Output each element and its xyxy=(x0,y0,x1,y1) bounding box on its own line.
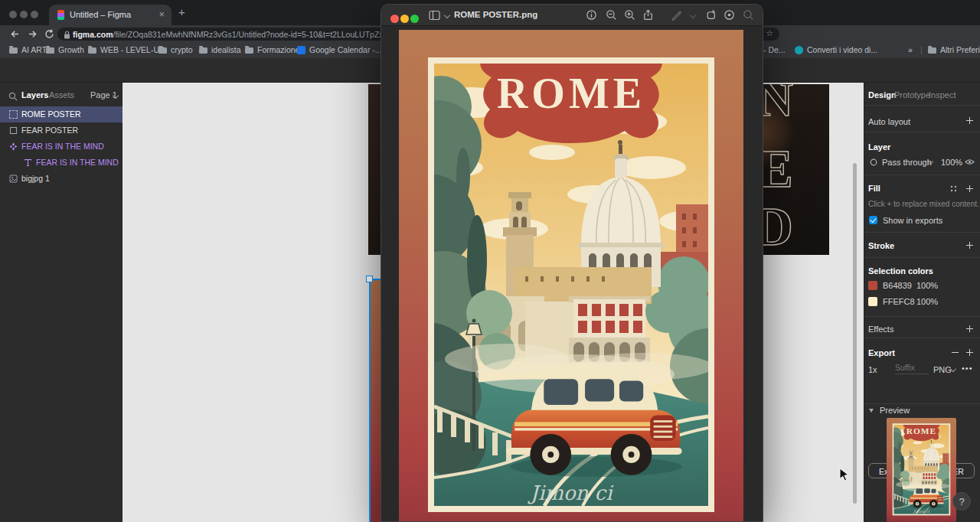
auto-layout-label: Auto layout xyxy=(868,117,910,126)
window-close-icon[interactable] xyxy=(9,11,17,18)
zoom-out-icon[interactable] xyxy=(606,9,617,21)
quicklook-title: ROME POSTER.png xyxy=(454,10,537,19)
design-panel: Design Prototype Inspect Auto layout Lay… xyxy=(864,83,980,522)
reload-icon[interactable] xyxy=(44,28,55,40)
layer-row-rome-poster[interactable]: ROME POSTER xyxy=(0,106,122,122)
bookmark-star-icon[interactable]: ☆ xyxy=(766,28,773,38)
search-icon[interactable] xyxy=(743,9,754,21)
add-auto-layout-button[interactable] xyxy=(966,117,973,124)
bookmarks-overflow-icon[interactable]: » xyxy=(908,45,913,56)
frame-dashed-icon xyxy=(9,110,18,119)
ql-zoom-icon[interactable] xyxy=(410,15,419,23)
layer-row-bigjpg[interactable]: bigjpg 1 xyxy=(0,171,122,187)
ql-minimize-icon[interactable] xyxy=(400,15,409,23)
markup-pen-icon[interactable] xyxy=(671,9,682,21)
chevron-down-icon[interactable] xyxy=(444,12,450,18)
annotate-icon[interactable] xyxy=(724,9,735,21)
mouse-cursor xyxy=(839,468,851,482)
rome-poster-frame-edge[interactable] xyxy=(369,279,381,522)
new-tab-button[interactable]: + xyxy=(178,5,185,18)
url-path: /file/ZOqa831eMwhNfNMRz3vGs1/Untitled?no… xyxy=(113,30,400,39)
color-swatch-red[interactable] xyxy=(868,281,877,290)
color-opacity-1[interactable]: 100% xyxy=(916,281,938,290)
preview-section-label: Preview xyxy=(880,406,910,415)
remove-export-button[interactable] xyxy=(952,352,959,353)
back-icon[interactable] xyxy=(9,28,21,40)
bookmark-formazione[interactable]: Formazione xyxy=(245,45,299,56)
show-in-exports-checkbox[interactable] xyxy=(869,216,877,224)
effects-section-label: Effects xyxy=(868,325,893,334)
info-icon[interactable] xyxy=(586,9,597,21)
export-more-icon[interactable]: ••• xyxy=(962,364,973,373)
tab-close-icon[interactable]: × xyxy=(158,8,165,20)
divider xyxy=(864,403,980,404)
quicklook-window[interactable]: ROME POSTER.png xyxy=(381,4,763,522)
add-export-button[interactable] xyxy=(966,349,973,356)
bookmark-google-calendar[interactable]: Google Calendar -... xyxy=(297,45,382,56)
tab-title: Untitled – Figma xyxy=(70,10,131,19)
canvas-scrollbar[interactable] xyxy=(853,163,857,504)
rotate-icon[interactable] xyxy=(705,9,717,21)
rome-poster-image xyxy=(399,30,743,522)
bookmark-crypto[interactable]: crypto xyxy=(158,45,193,56)
divider xyxy=(864,232,980,233)
export-scale[interactable]: 1x xyxy=(868,365,877,374)
blend-mode-select[interactable]: Pass through xyxy=(882,158,932,167)
export-format-select[interactable]: PNG xyxy=(933,365,952,374)
share-icon[interactable] xyxy=(642,9,654,21)
fill-section-label: Fill xyxy=(868,184,880,193)
layer-opacity-field[interactable]: 100% xyxy=(941,158,962,167)
bookmark-altri-preferiti[interactable]: Altri Preferiti xyxy=(928,45,980,56)
search-icon[interactable] xyxy=(8,92,18,101)
add-fill-button[interactable] xyxy=(966,185,973,192)
export-suffix-input[interactable] xyxy=(895,363,929,374)
bookmark-web-level-up[interactable]: WEB - LEVEL-UP xyxy=(88,45,165,56)
quicklook-titlebar: ROME POSTER.png xyxy=(381,5,763,26)
lock-icon xyxy=(64,31,70,39)
color-opacity-2[interactable]: 100% xyxy=(916,297,938,306)
add-stroke-button[interactable] xyxy=(966,242,973,249)
quicklook-content xyxy=(381,26,763,522)
zoom-in-icon[interactable] xyxy=(624,9,635,21)
blend-mode-icon[interactable] xyxy=(870,158,877,166)
layer-row-fear-component[interactable]: FEAR IS IN THE MIND xyxy=(0,139,122,155)
tab-inspect[interactable]: Inspect xyxy=(929,90,956,100)
component-icon xyxy=(9,142,18,151)
ql-sidebar-icon[interactable] xyxy=(429,10,441,21)
bookmark-ai-art[interactable]: AI ART xyxy=(9,45,47,56)
color-hex-2[interactable]: FFEFC8 xyxy=(883,297,915,306)
divider xyxy=(864,257,980,258)
ql-close-icon[interactable] xyxy=(390,15,399,23)
rome-poster-thumbnail-art xyxy=(887,418,956,522)
image-layer-icon xyxy=(9,175,18,183)
browser-tab[interactable]: Untitled – Figma × xyxy=(49,5,172,25)
window-minimize-icon[interactable] xyxy=(20,11,28,18)
color-hex-1[interactable]: B64839 xyxy=(883,281,912,290)
add-effect-button[interactable] xyxy=(966,325,973,332)
bookmark-truncated[interactable]: - De... xyxy=(763,45,786,56)
forward-icon[interactable] xyxy=(27,28,38,40)
layer-row-fear-poster[interactable]: FEAR POSTER xyxy=(0,122,122,139)
help-button[interactable]: ? xyxy=(952,492,971,511)
window-zoom-icon[interactable] xyxy=(31,11,38,18)
folder-icon xyxy=(199,47,207,54)
tab-design[interactable]: Design xyxy=(868,90,897,100)
color-swatch-cream[interactable] xyxy=(868,297,877,306)
url-text: figma.com/file/ZOqa831eMwhNfNMRz3vGs1/Un… xyxy=(73,30,400,39)
preview-thumbnail xyxy=(887,418,956,522)
tab-prototype[interactable]: Prototype xyxy=(894,90,930,100)
bookmark-growth[interactable]: Growth xyxy=(46,45,84,56)
eye-icon[interactable] xyxy=(965,158,975,165)
tab-assets[interactable]: Assets xyxy=(49,90,74,100)
chevron-down-icon[interactable] xyxy=(690,12,696,18)
folder-icon xyxy=(158,47,167,54)
bookmark-converti[interactable]: Converti i video di... xyxy=(795,45,877,56)
selection-handle[interactable] xyxy=(366,276,373,282)
divider xyxy=(864,105,980,106)
layer-row-fear-text[interactable]: FEAR IS IN THE MIND xyxy=(0,155,122,171)
styles-icon[interactable] xyxy=(950,185,957,192)
bookmark-idealista[interactable]: idealista xyxy=(199,45,241,56)
tab-layers[interactable]: Layers xyxy=(21,90,48,100)
text-layer-icon xyxy=(24,158,32,167)
preview-caret-icon[interactable] xyxy=(869,409,874,413)
